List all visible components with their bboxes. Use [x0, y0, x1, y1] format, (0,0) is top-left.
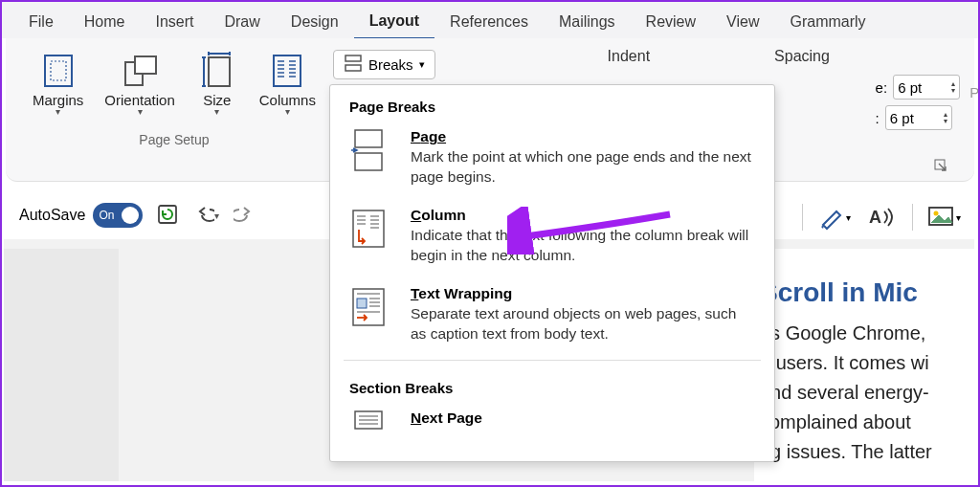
group-page-setup: Margins ▾ Orientation ▾ Size ▾ — [25, 48, 323, 145]
doc-line: complained about — [760, 409, 974, 436]
spacing-after-input[interactable]: 6 pt ▴▾ — [885, 105, 952, 130]
svg-rect-37 — [357, 299, 367, 308]
svg-rect-26 — [355, 130, 382, 147]
doc-line: and several energy- — [760, 379, 974, 407]
undo-button[interactable]: ▾ — [194, 203, 219, 228]
ribbon-tabs: File Home Insert Draw Design Layout Refe… — [2, 2, 978, 38]
quick-access-toolbar: AutoSave On ▾ — [6, 193, 322, 237]
break-page-item[interactable]: Page Mark the point at which one page en… — [330, 119, 774, 197]
doc-line: g users. It comes wi — [760, 349, 974, 377]
read-aloud-button[interactable]: A — [864, 203, 899, 232]
breaks-icon — [344, 55, 363, 75]
spinner-arrows-icon[interactable]: ▴▾ — [951, 80, 955, 94]
page-break-icon — [349, 128, 388, 172]
autosave-label: AutoSave — [19, 207, 85, 224]
columns-icon — [269, 52, 305, 90]
doc-line: ng issues. The latter — [760, 438, 974, 466]
svg-point-49 — [933, 211, 938, 216]
next-page-break-icon — [349, 410, 388, 454]
margins-icon — [40, 52, 77, 90]
columns-button[interactable]: Columns ▾ — [252, 48, 323, 121]
tab-home[interactable]: Home — [69, 8, 141, 38]
spacing-label: Spacing — [774, 48, 830, 65]
text-wrapping-break-icon — [349, 285, 388, 329]
break-column-item[interactable]: Column Indicate that the text following … — [330, 197, 774, 276]
column-break-icon — [349, 207, 388, 251]
tab-file[interactable]: File — [13, 8, 69, 38]
svg-rect-25 — [159, 206, 176, 223]
position-button[interactable]: Position ▾ — [969, 48, 980, 118]
tab-draw[interactable]: Draw — [209, 8, 275, 38]
breaks-dropdown: Page Breaks Page Mark the point at which… — [329, 84, 775, 462]
tab-grammarly[interactable]: Grammarly — [774, 8, 880, 38]
break-next-page-item[interactable]: Next Page — [330, 400, 774, 454]
margins-button[interactable]: Margins ▾ — [25, 48, 91, 121]
chevron-down-icon: ▾ — [56, 106, 60, 117]
indent-label: Indent — [608, 48, 650, 65]
dialog-launcher-icon[interactable] — [934, 159, 947, 175]
size-button[interactable]: Size ▾ — [189, 48, 246, 121]
tab-references[interactable]: References — [434, 8, 544, 38]
tab-layout[interactable]: Layout — [354, 7, 434, 40]
svg-rect-1 — [51, 61, 66, 80]
chevron-down-icon: ▾ — [138, 106, 143, 117]
svg-rect-23 — [345, 65, 361, 71]
spinner-arrows-icon[interactable]: ▴▾ — [944, 111, 947, 124]
divider — [344, 360, 761, 361]
tab-view[interactable]: View — [711, 8, 774, 38]
svg-rect-11 — [274, 55, 301, 86]
orientation-button[interactable]: Orientation ▾ — [97, 48, 182, 121]
svg-rect-3 — [135, 56, 156, 74]
chevron-down-icon: ▾ — [214, 106, 219, 117]
save-sync-icon[interactable] — [156, 203, 181, 228]
tab-insert[interactable]: Insert — [140, 8, 209, 38]
editor-button[interactable]: ▾ — [816, 203, 851, 232]
redo-button[interactable] — [233, 203, 257, 228]
tab-review[interactable]: Review — [631, 8, 711, 38]
svg-rect-27 — [355, 153, 382, 170]
break-text-wrapping-item[interactable]: Text Wrapping Separate text around objec… — [330, 276, 774, 354]
floating-toolbar: ▾ A ▾ — [791, 193, 972, 241]
breaks-button[interactable]: Breaks ▾ — [333, 50, 435, 79]
chevron-down-icon: ▾ — [285, 106, 290, 117]
chevron-down-icon: ▾ — [419, 58, 425, 71]
svg-rect-0 — [45, 55, 72, 86]
tab-design[interactable]: Design — [276, 8, 354, 38]
autosave-toggle[interactable]: On — [93, 203, 143, 228]
size-icon — [199, 52, 235, 90]
page-margin — [4, 249, 119, 481]
picture-button[interactable]: ▾ — [926, 203, 961, 232]
document-page[interactable]: Scroll in Mic as Google Chrome, g users.… — [754, 249, 974, 481]
spacing-before-input[interactable]: 6 pt ▴▾ — [893, 75, 960, 100]
orientation-icon — [122, 52, 158, 90]
doc-line: as Google Chrome, — [760, 320, 974, 347]
svg-rect-22 — [345, 55, 361, 61]
page-breaks-header: Page Breaks — [330, 85, 774, 119]
doc-heading: Scroll in Mic — [760, 277, 974, 308]
tab-mailings[interactable]: Mailings — [544, 8, 631, 38]
section-breaks-header: Section Breaks — [330, 366, 774, 400]
group-label-page-setup: Page Setup — [139, 132, 209, 147]
svg-rect-4 — [209, 57, 230, 86]
svg-text:A: A — [869, 208, 881, 227]
